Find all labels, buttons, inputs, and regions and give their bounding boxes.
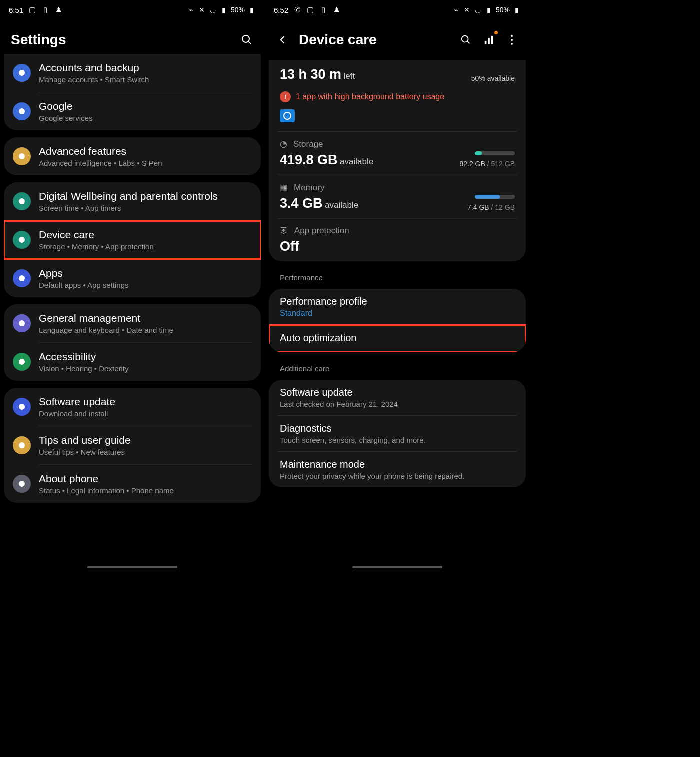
battery-alert[interactable]: ! 1 app with high background battery usa… [269, 90, 526, 108]
item-subtitle: Last checked on February 21, 2024 [280, 400, 515, 408]
diagnostics-item[interactable]: DiagnosticsTouch screen, sensors, chargi… [269, 416, 526, 452]
bluetooth-icon: ⌁ [452, 6, 460, 14]
nav-bar[interactable] [88, 566, 178, 568]
additional-header: Additional care [269, 360, 526, 380]
memory-value: 3.4 GB [280, 196, 323, 211]
battery-suffix: left [344, 72, 356, 81]
performance-header: Performance [269, 268, 526, 289]
svg-rect-17 [492, 36, 494, 44]
signal-icon: ▮ [220, 6, 228, 14]
status-bar: 6:52 ✆ ▢ ▯ ♟ ⌁ ✕ ◡ ▮ 50% ▮ [265, 0, 530, 20]
status-bar: 6:51 ▢ ▯ ♟ ⌁ ✕ ◡ ▮ 50% ▮ [0, 0, 265, 20]
update-icon [13, 398, 31, 416]
battery-pct: 50% [231, 6, 245, 14]
search-icon [460, 34, 472, 46]
svg-point-19 [511, 39, 513, 41]
battery-saver-icon: ▯ [320, 6, 328, 14]
item-title: Auto optimization [280, 332, 515, 344]
item-subtitle: Default apps • App settings [39, 281, 252, 290]
settings-item-about-phone[interactable]: About phone Status • Legal information •… [4, 465, 261, 503]
more-button[interactable] [505, 33, 519, 47]
settings-item-digital-wellbeing-and-parental-controls[interactable]: Digital Wellbeing and parental controls … [4, 182, 261, 220]
item-title: Google [39, 100, 252, 112]
accessibility-icon [13, 353, 31, 371]
svg-line-1 [248, 42, 251, 44]
image-icon: ▢ [306, 6, 314, 14]
devicecare-icon [13, 231, 31, 249]
settings-item-advanced-features[interactable]: Advanced features Advanced intelligence … [4, 138, 261, 176]
settings-item-accessibility[interactable]: Accessibility Vision • Hearing • Dexteri… [4, 343, 261, 381]
alert-text: 1 app with high background battery usage [296, 92, 444, 102]
maintenance-mode-item[interactable]: Maintenance modeProtect your privacy whi… [269, 452, 526, 488]
search-button[interactable] [240, 33, 254, 47]
settings-item-software-update[interactable]: Software update Download and install [4, 388, 261, 426]
memory-row[interactable]: ▦Memory 3.4 GB available 7.4 GB / 12 GB [269, 176, 526, 218]
item-subtitle: Touch screen, sensors, charging, and mor… [280, 436, 515, 444]
search-button[interactable] [459, 33, 473, 47]
item-subtitle: Vision • Hearing • Dexterity [39, 364, 252, 373]
call-icon: ✆ [294, 6, 302, 14]
item-subtitle: Screen time • App timers [39, 204, 252, 212]
svg-point-0 [242, 36, 250, 42]
clock: 6:51 [9, 6, 24, 14]
item-title: Performance profile [280, 296, 515, 308]
settings-item-google[interactable]: Google Google services [4, 92, 261, 130]
storage-used: 92.2 GB [460, 160, 485, 168]
svg-rect-15 [485, 41, 487, 44]
item-subtitle: Advanced intelligence • Labs • S Pen [39, 159, 252, 168]
heart-icon [13, 192, 31, 210]
memory-used: 7.4 GB [468, 204, 490, 212]
svg-point-5 [19, 198, 25, 204]
memory-total: 12 GB [495, 204, 515, 212]
item-title: Software update [280, 387, 515, 398]
storage-row[interactable]: ◔Storage 419.8 GB available 92.2 GB / 51… [269, 132, 526, 175]
chart-icon [484, 34, 494, 46]
software-update-item[interactable]: Software updateLast checked on February … [269, 380, 526, 416]
item-subtitle: Standard [280, 309, 515, 318]
camera-app-icon[interactable] [280, 110, 295, 122]
item-title: Device care [39, 229, 252, 241]
bulb-icon [13, 436, 31, 454]
svg-point-4 [19, 154, 25, 160]
settings-item-accounts-and-backup[interactable]: Accounts and backup Manage accounts • Sm… [4, 54, 261, 92]
chart-button[interactable] [482, 33, 496, 47]
item-subtitle: Google services [39, 114, 252, 122]
battery-row[interactable]: 13 h 30 m left 50% available [269, 60, 526, 90]
memory-icon: ▦ [280, 182, 288, 193]
apps-icon [13, 270, 31, 288]
item-subtitle: Download and install [39, 410, 252, 418]
performance-profile-item[interactable]: Performance profileStandard [269, 289, 526, 325]
settings-item-apps[interactable]: Apps Default apps • App settings [4, 260, 261, 298]
search-icon [241, 34, 253, 46]
svg-point-10 [19, 404, 25, 410]
back-button[interactable] [276, 33, 290, 47]
nav-bar[interactable] [352, 566, 442, 568]
svg-point-9 [19, 359, 25, 365]
sync-icon [13, 64, 31, 82]
person-icon: ♟ [54, 6, 62, 14]
header: Device care [265, 20, 530, 60]
auto-optimization-item[interactable]: Auto optimization [269, 326, 526, 352]
svg-point-13 [462, 36, 468, 42]
image-icon: ▢ [28, 6, 36, 14]
item-subtitle: Useful tips • New features [39, 448, 252, 456]
signal-icon: ▮ [485, 6, 493, 14]
page-title: Device care [299, 32, 450, 48]
performance-card: Performance profileStandardAuto optimiza… [269, 289, 526, 352]
settings-group: Software update Download and install Tip… [4, 388, 261, 503]
item-title: Diagnostics [280, 423, 515, 434]
item-title: Software update [39, 396, 252, 408]
alert-icon: ! [280, 92, 291, 102]
settings-item-general-management[interactable]: General management Language and keyboard… [4, 304, 261, 342]
svg-point-18 [511, 35, 513, 37]
item-subtitle: Protect your privacy while your phone is… [280, 472, 515, 480]
svg-point-2 [19, 70, 25, 76]
svg-rect-16 [488, 38, 490, 44]
settings-item-tips-and-user-guide[interactable]: Tips and user guide Useful tips • New fe… [4, 426, 261, 464]
item-subtitle: Manage accounts • Smart Switch [39, 76, 252, 84]
protection-row[interactable]: ⛨App protection Off [269, 219, 526, 262]
battery-available: 50% available [472, 74, 515, 82]
settings-item-device-care[interactable]: Device care Storage • Memory • App prote… [4, 221, 261, 259]
gear-icon [13, 148, 31, 166]
back-icon [278, 35, 288, 45]
